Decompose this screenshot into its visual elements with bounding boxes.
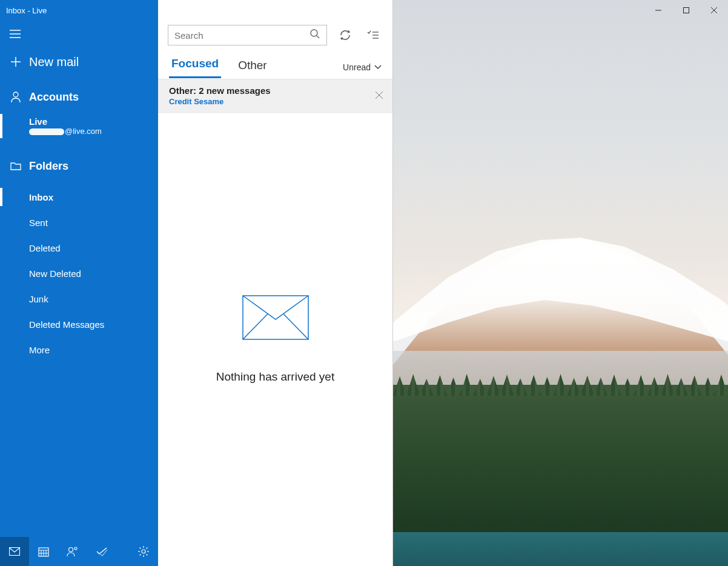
envelope-icon <box>242 295 309 340</box>
sidebar: New mail Accounts Live @live.com Folders… <box>0 0 158 566</box>
refresh-icon <box>339 29 351 41</box>
svg-rect-1 <box>684 8 689 13</box>
redacted-text <box>29 128 64 135</box>
calendar-app-button[interactable] <box>29 537 58 566</box>
notice-title: Other: 2 new messages <box>169 85 382 96</box>
sidebar-bottom-bar <box>0 537 158 566</box>
folder-label: Sent <box>29 218 48 228</box>
account-item-live[interactable]: Live @live.com <box>0 112 158 141</box>
folder-item-junk[interactable]: Junk <box>0 286 158 311</box>
todo-app-button[interactable] <box>87 537 116 566</box>
new-mail-label: New mail <box>24 55 79 69</box>
svg-point-28 <box>311 30 317 36</box>
folder-item-new-deleted[interactable]: New Deleted <box>0 261 158 286</box>
empty-state: Nothing has arrived yet <box>158 113 392 566</box>
plus-icon <box>7 56 24 67</box>
folder-label: Junk <box>29 294 48 304</box>
svg-point-18 <box>74 547 77 550</box>
select-mode-button[interactable] <box>363 25 383 45</box>
search-box[interactable] <box>168 25 327 45</box>
app-root: Inbox - Live New mail <box>0 0 728 566</box>
close-icon <box>376 92 383 99</box>
minimize-button[interactable] <box>644 0 672 21</box>
filter-dropdown[interactable]: Unread <box>343 62 382 78</box>
titlebar: Inbox - Live <box>0 0 728 21</box>
maximize-button[interactable] <box>672 0 700 21</box>
mail-icon <box>9 547 20 556</box>
close-button[interactable] <box>700 0 728 21</box>
folders-header[interactable]: Folders <box>0 151 158 181</box>
settings-button[interactable] <box>129 537 158 566</box>
person-icon <box>7 92 24 102</box>
account-name: Live <box>29 116 158 127</box>
new-mail-button[interactable]: New mail <box>0 47 158 76</box>
svg-line-29 <box>317 36 319 38</box>
sync-button[interactable] <box>336 25 355 45</box>
chevron-down-icon <box>374 65 382 70</box>
folder-item-deleted[interactable]: Deleted <box>0 235 158 261</box>
window-controls <box>644 0 728 21</box>
checkmark-icon <box>96 547 108 556</box>
folders-label: Folders <box>24 160 68 173</box>
window-title: Inbox - Live <box>0 6 47 15</box>
gear-icon <box>138 546 149 557</box>
empty-message: Nothing has arrived yet <box>216 370 334 384</box>
folder-label: Deleted <box>29 243 61 253</box>
svg-line-24 <box>140 548 141 549</box>
folder-list: Inbox Sent Deleted New Deleted Junk Dele… <box>0 181 158 362</box>
folder-label: Inbox <box>29 192 53 202</box>
hamburger-icon <box>10 30 21 38</box>
other-inbox-notice[interactable]: Other: 2 new messages Credit Sesame <box>158 79 392 113</box>
accounts-header[interactable]: Accounts <box>0 82 158 112</box>
close-icon <box>711 7 717 13</box>
inbox-tabs: Focused Other Unread <box>158 50 392 79</box>
folder-item-more[interactable]: More <box>0 337 158 362</box>
svg-point-9 <box>13 92 18 97</box>
maximize-icon <box>683 7 689 13</box>
svg-line-25 <box>146 554 147 555</box>
folder-item-inbox[interactable]: Inbox <box>0 184 158 210</box>
account-email: @live.com <box>29 127 158 136</box>
tab-focused[interactable]: Focused <box>169 57 221 78</box>
folder-label: New Deleted <box>29 268 81 279</box>
hamburger-button[interactable] <box>0 21 30 47</box>
svg-line-26 <box>146 548 147 549</box>
calendar-icon <box>38 546 49 557</box>
tab-other[interactable]: Other <box>236 59 270 78</box>
list-toolbar <box>158 21 392 50</box>
folder-label: More <box>29 345 50 355</box>
accounts-label: Accounts <box>24 91 79 104</box>
svg-point-19 <box>142 550 145 553</box>
notice-dismiss-button[interactable] <box>376 90 383 101</box>
folder-label: Deleted Messages <box>29 319 104 330</box>
minimize-icon <box>655 7 661 13</box>
folder-icon <box>7 162 24 170</box>
message-list-pane: Focused Other Unread Other: 2 new messag… <box>158 0 393 566</box>
people-icon <box>67 546 79 557</box>
folder-item-sent[interactable]: Sent <box>0 210 158 235</box>
background-lake <box>393 532 728 566</box>
mail-app-button[interactable] <box>0 537 29 566</box>
filter-label: Unread <box>343 62 371 72</box>
folder-item-deleted-messages[interactable]: Deleted Messages <box>0 311 158 337</box>
notice-subtitle: Credit Sesame <box>169 97 382 106</box>
search-icon <box>309 28 320 42</box>
people-app-button[interactable] <box>58 537 87 566</box>
svg-point-17 <box>69 548 73 552</box>
svg-line-27 <box>140 554 141 555</box>
reading-pane <box>393 0 728 566</box>
checklist-icon <box>367 30 379 40</box>
search-input[interactable] <box>174 30 309 41</box>
